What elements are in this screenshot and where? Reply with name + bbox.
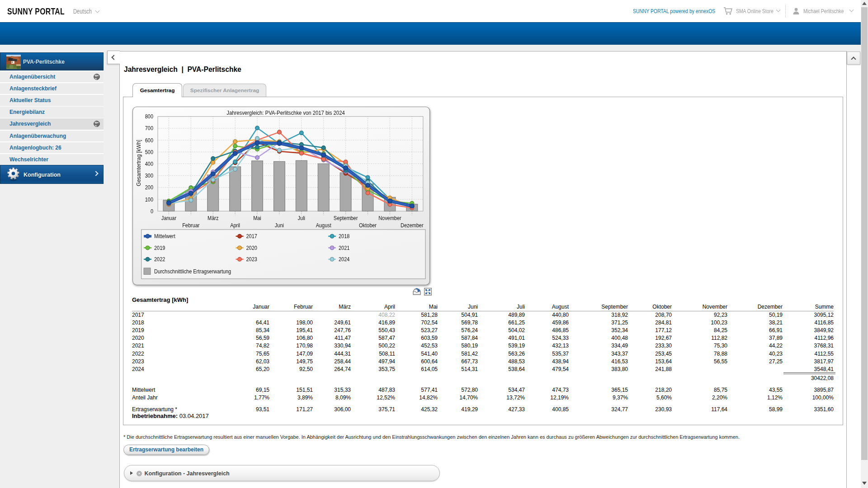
- svg-text:2017: 2017: [246, 233, 257, 239]
- svg-text:600: 600: [145, 137, 153, 144]
- svg-text:Januar: Januar: [161, 215, 176, 221]
- svg-text:Februar: Februar: [182, 222, 199, 229]
- svg-text:2022: 2022: [154, 256, 165, 263]
- svg-text:Gesamtertrag [kWh]: Gesamtertrag [kWh]: [136, 140, 142, 186]
- svg-text:November: November: [378, 215, 401, 221]
- svg-text:Mai: Mai: [253, 215, 261, 221]
- svg-text:August: August: [316, 222, 332, 229]
- svg-text:September: September: [334, 215, 358, 221]
- svg-text:0: 0: [151, 208, 153, 215]
- svg-text:300: 300: [145, 173, 153, 179]
- svg-text:200: 200: [145, 184, 153, 191]
- svg-text:März: März: [208, 215, 218, 221]
- svg-text:Juni: Juni: [275, 222, 284, 229]
- svg-text:2019: 2019: [154, 245, 165, 251]
- svg-text:100: 100: [145, 197, 153, 203]
- svg-text:2024: 2024: [339, 256, 349, 263]
- svg-text:April: April: [230, 222, 240, 229]
- svg-text:2023: 2023: [246, 256, 257, 263]
- svg-text:2020: 2020: [246, 245, 257, 251]
- svg-text:800: 800: [145, 113, 153, 120]
- svg-text:500: 500: [145, 149, 153, 155]
- svg-text:2021: 2021: [339, 245, 349, 251]
- svg-text:Durchschnittliche Ertragserwar: Durchschnittliche Ertragserwartung: [154, 268, 231, 275]
- svg-text:Mittelwert: Mittelwert: [154, 233, 175, 239]
- svg-text:Jahresvergleich: PVA-Perlitsch: Jahresvergleich: PVA-Perlitschke von 201…: [226, 109, 344, 116]
- svg-text:400: 400: [145, 161, 153, 167]
- svg-text:Juli: Juli: [298, 215, 305, 221]
- svg-text:2018: 2018: [339, 233, 349, 239]
- svg-text:700: 700: [145, 125, 153, 131]
- svg-text:Dezember: Dezember: [401, 222, 424, 229]
- svg-text:Oktober: Oktober: [359, 222, 377, 229]
